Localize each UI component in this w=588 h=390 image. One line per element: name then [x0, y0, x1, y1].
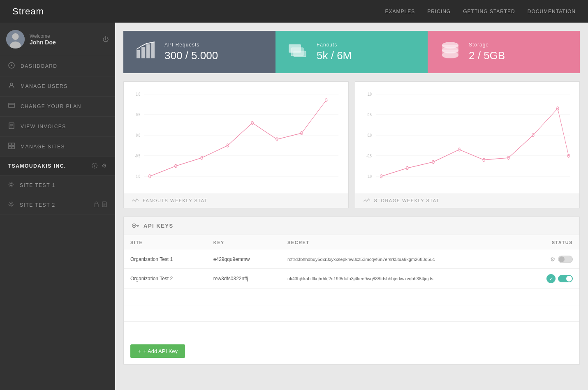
col-status: Status: [521, 235, 579, 250]
storage-chart-body: 1.0 0.5 0.0 -0.5 -1.0: [355, 82, 580, 193]
cell-site: Organization Test 2: [124, 269, 207, 289]
sidebar-item-view-invoices[interactable]: View Invoices: [0, 117, 115, 137]
col-site: Site: [124, 235, 207, 250]
document-icon[interactable]: [102, 201, 107, 208]
add-key-icon: +: [138, 348, 141, 354]
change-plan-icon: [8, 102, 15, 111]
stat-api-info: API Requests 300 / 5.000: [164, 42, 218, 62]
charts-row: 1.0 0.5 0.0 -0.5 -1.0: [123, 81, 580, 208]
svg-text:-1.0: -1.0: [135, 174, 140, 179]
chart-wave-icon2: [363, 198, 370, 203]
site-gear-icon: [8, 182, 14, 189]
lock-icon[interactable]: [94, 201, 99, 208]
toggle-switch-on[interactable]: [558, 275, 573, 282]
sidebar: Welcome John Doe ⏻ Dashboard Manage User…: [0, 23, 115, 390]
api-keys-title: API Keys: [144, 223, 174, 229]
toggle-gear[interactable]: ⚙: [550, 256, 556, 263]
table-row-empty: [124, 289, 579, 305]
org-name: Tsamoudakis Inc.: [8, 163, 66, 169]
svg-text:0.5: 0.5: [136, 113, 140, 118]
svg-point-4: [11, 65, 12, 66]
stat-api-label: API Requests: [164, 42, 218, 48]
avatar: [6, 30, 25, 48]
brand-logo: Stream: [12, 6, 44, 17]
storage-icon: [440, 41, 461, 63]
table-header-row: Site Key Secret Status: [124, 235, 579, 250]
key-icon: [132, 224, 139, 228]
sidebar-nav: Dashboard Manage Users Change Your Plan …: [0, 56, 115, 390]
org-gear-icon[interactable]: ⚙: [102, 162, 107, 170]
toggle-switch-off[interactable]: [558, 256, 573, 263]
nav-links: Examples Pricing Getting Started Documen…: [385, 9, 576, 14]
sidebar-item-label: Change Your Plan: [21, 104, 81, 109]
sidebar-item-site-test-2[interactable]: Site Test 2: [0, 195, 115, 215]
subitem-actions: [94, 201, 107, 208]
cell-status: ⚙: [521, 250, 579, 269]
table-row-empty: [124, 305, 579, 322]
user-name: John Doe: [30, 39, 97, 46]
fanouts-icon: [288, 42, 308, 62]
sidebar-subitem-label: Site Test 1: [20, 182, 56, 188]
svg-text:0.5: 0.5: [367, 113, 371, 118]
sidebar-item-manage-sites[interactable]: Manage Sites: [0, 137, 115, 157]
sidebar-subitem-label: Site Test 2: [20, 202, 56, 208]
sidebar-item-site-test-1[interactable]: Site Test 1: [0, 175, 115, 195]
svg-rect-15: [12, 146, 14, 149]
dashboard-icon: [8, 62, 15, 70]
add-key-label: + Add API Key: [144, 348, 178, 354]
nav-examples[interactable]: Examples: [385, 9, 415, 14]
nav-pricing[interactable]: Pricing: [427, 9, 451, 14]
org-section-icons: ⓘ ⚙: [92, 162, 107, 170]
stat-api-requests: API Requests 300 / 5.000: [123, 31, 275, 73]
sidebar-item-label: Manage Users: [21, 83, 68, 89]
svg-text:-1.0: -1.0: [366, 174, 372, 179]
table-row-empty: [124, 322, 579, 338]
sidebar-item-label: Manage Sites: [21, 144, 65, 150]
svg-point-16: [10, 184, 12, 186]
svg-rect-26: [151, 42, 155, 58]
cell-status: ✓: [521, 269, 579, 289]
invoices-icon: [8, 122, 15, 131]
svg-point-71: [133, 225, 135, 226]
api-keys-header: API Keys: [124, 217, 579, 235]
sidebar-item-change-plan[interactable]: Change Your Plan: [0, 97, 115, 117]
svg-text:1.0: 1.0: [367, 92, 371, 97]
svg-point-50: [325, 99, 327, 102]
toggle-check[interactable]: ✓: [546, 274, 556, 283]
svg-rect-6: [9, 103, 14, 108]
stat-fanouts-label: Fanouts: [317, 42, 352, 48]
svg-text:1.0: 1.0: [136, 92, 140, 97]
svg-rect-13: [12, 143, 14, 145]
cell-secret: rcftrd3bhhdbuy5dxr3xyxxsepkhw8cz53mcqvf6…: [281, 250, 521, 269]
svg-rect-23: [137, 50, 140, 58]
add-api-key-button[interactable]: + + Add API Key: [130, 344, 185, 358]
table-row: Organization Test 1e429qqu9emmwrcftrd3bh…: [124, 250, 579, 269]
main-layout: Welcome John Doe ⏻ Dashboard Manage User…: [0, 23, 588, 390]
fanouts-chart-card: 1.0 0.5 0.0 -0.5 -1.0: [123, 81, 349, 208]
nav-getting-started[interactable]: Getting Started: [463, 9, 515, 14]
storage-chart-title: Storage Weekly Stat: [374, 198, 440, 203]
org-info-icon[interactable]: ⓘ: [92, 162, 97, 170]
api-keys-table: Site Key Secret Status Organization Test…: [124, 235, 579, 338]
stat-fanouts-info: Fanouts 5k / 6M: [317, 42, 352, 62]
cell-key: rew3dfs0322nffj: [207, 269, 281, 289]
top-nav: Stream Examples Pricing Getting Started …: [0, 0, 588, 23]
fanouts-chart-footer: Fanouts Weekly Stat: [124, 193, 348, 208]
user-info: Welcome John Doe: [30, 33, 97, 46]
stat-storage: Storage 2 / 5GB: [428, 31, 580, 73]
sidebar-user: Welcome John Doe ⏻: [0, 23, 115, 56]
power-icon[interactable]: ⏻: [102, 36, 109, 43]
manage-sites-icon: [8, 143, 15, 151]
sidebar-item-dashboard[interactable]: Dashboard: [0, 56, 115, 76]
cell-secret: nk43hjhkahjflkqhrhkj2n19f8dufo3j4kee9wq8…: [281, 269, 521, 289]
svg-text:-0.5: -0.5: [366, 154, 372, 159]
nav-documentation[interactable]: Documentation: [528, 9, 576, 14]
site2-gear-icon: [8, 201, 14, 208]
stat-storage-label: Storage: [469, 42, 505, 48]
stat-fanouts-value: 5k / 6M: [317, 49, 352, 62]
svg-rect-18: [94, 204, 98, 207]
sidebar-item-manage-users[interactable]: Manage Users: [0, 76, 115, 97]
fanouts-chart-body: 1.0 0.5 0.0 -0.5 -1.0: [124, 82, 348, 193]
stat-storage-info: Storage 2 / 5GB: [469, 42, 505, 62]
svg-rect-25: [146, 44, 150, 58]
